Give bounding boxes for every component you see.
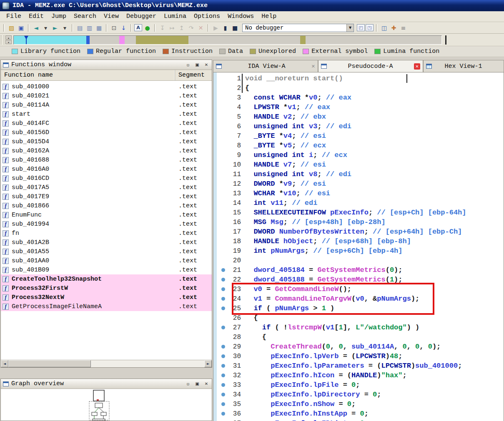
nav-back-icon[interactable]: ◄	[32, 24, 40, 32]
scrollbar-thumb[interactable]	[8, 360, 91, 367]
menu-item-view[interactable]: View	[100, 12, 123, 21]
function-row[interactable]: fsub_40114A.text	[1, 100, 212, 110]
code-line[interactable]: 8 _BYTE *v5; // ecx	[217, 141, 504, 150]
function-row[interactable]: fsub_401AA0.text	[1, 256, 212, 265]
panel-close-button[interactable]: ✕	[203, 381, 210, 387]
code-line[interactable]: 16 MSG Msg; // [esp+48h] [ebp-28h]	[217, 217, 504, 227]
panel-close-button[interactable]: ✕	[203, 62, 210, 68]
function-row[interactable]: ffn.text	[1, 229, 212, 238]
open-file-icon[interactable]: ▨	[7, 24, 16, 32]
debugger-windows-icon[interactable]: ◳	[366, 24, 374, 31]
panel-float-button[interactable]: ▣	[194, 381, 201, 387]
code-line[interactable]: 33 pExecInfo.lpFile = 0;	[217, 380, 504, 390]
navband-segment[interactable]	[306, 36, 441, 44]
debugger-options-icon[interactable]: ◰	[357, 24, 365, 31]
function-row[interactable]: fEnumFunc.text	[1, 210, 212, 219]
code-line[interactable]: 3 const WCHAR *v0; // eax	[217, 93, 504, 102]
code-line[interactable]: 27 if ( !lstrcmpW(v1[1], L"/watchdog") )	[217, 323, 504, 332]
code-line[interactable]: 18 HANDLE hObject; // [esp+68h] [ebp-8h]	[217, 237, 504, 246]
open-subviews-icon[interactable]: ◫	[380, 24, 389, 32]
function-row[interactable]: fsub_401021.text	[1, 91, 212, 100]
code-line[interactable]: 9 unsigned int i; // ecx	[217, 150, 504, 160]
function-row[interactable]: fGetProcessImageFileNameA.text	[1, 302, 212, 311]
code-line[interactable]: 7 _BYTE *v4; // esi	[217, 131, 504, 141]
navigation-band[interactable]	[13, 35, 442, 45]
jump-down-icon[interactable]: ↓	[119, 24, 128, 32]
menu-item-windows[interactable]: Windows	[224, 12, 258, 21]
panel-minimize-button[interactable]: ▫	[185, 62, 191, 68]
navband-segment[interactable]	[86, 36, 89, 44]
code-line[interactable]: 14 int v11; // edi	[217, 198, 504, 208]
navband-segment[interactable]	[119, 36, 124, 44]
code-line[interactable]: 26 {	[217, 313, 504, 323]
functions-window-titlebar[interactable]: Functions window ▫ ▣ ✕	[1, 60, 212, 70]
code-line[interactable]: 2{	[217, 83, 504, 93]
menu-item-edit[interactable]: Edit	[25, 12, 48, 21]
save-file-icon[interactable]: ▣	[17, 24, 25, 32]
function-row[interactable]: fsub_401866.text	[1, 201, 212, 210]
tab-hex-view-1[interactable]: Hex View-1	[423, 60, 504, 72]
code-line[interactable]: 35 pExecInfo.nShow = 0;	[217, 399, 504, 409]
code-line[interactable]: 31 pExecInfo.lpParameters = (LPCWSTR)sub…	[217, 361, 504, 371]
code-line[interactable]: 10 HANDLE v7; // esi	[217, 160, 504, 169]
graph-overview-titlebar[interactable]: Graph overview ▫ ▣ ✕	[1, 379, 212, 389]
code-line[interactable]: 13 WCHAR *v10; // esi	[217, 189, 504, 198]
tab-close-icon[interactable]: ✕	[414, 63, 420, 70]
script-command-icon[interactable]: ≡	[399, 24, 408, 32]
function-row[interactable]: fsub_401000.text	[1, 82, 212, 91]
navband-segment[interactable]	[125, 36, 136, 44]
code-line[interactable]: 19 int pNumArgs; // [esp+6Ch] [ebp-4h]	[217, 246, 504, 256]
code-line[interactable]: 23 v0 = GetCommandLineW();	[217, 284, 504, 294]
function-row[interactable]: fsub_4016CD.text	[1, 174, 212, 183]
code-line[interactable]: 4 LPWSTR *v1; // eax	[217, 102, 504, 112]
colors-icon[interactable]: A	[134, 24, 142, 31]
step-over-icon[interactable]: ↦	[168, 24, 176, 32]
code-line[interactable]: 29 CreateThread(0, 0, sub_40114A, 0, 0, …	[217, 342, 504, 351]
function-row[interactable]: fsub_40156D.text	[1, 128, 212, 137]
tab-pseudocode-a[interactable]: Pseudocode-A✕	[318, 60, 423, 72]
cancel-debug-icon[interactable]: ✕	[196, 24, 205, 32]
jump-name-icon[interactable]: ▥	[85, 24, 94, 32]
nav-back-dropdown-icon[interactable]: ▾	[41, 24, 50, 32]
function-row[interactable]: fsub_401A55.text	[1, 247, 212, 256]
toolbar-drag-handle[interactable]	[1, 35, 4, 45]
produce-file-icon[interactable]: ⊡	[110, 24, 118, 32]
function-row[interactable]: fsub_4015D4.text	[1, 137, 212, 146]
graph-overview-thumbnail[interactable]	[1, 389, 212, 421]
jump-address-icon[interactable]: ▤	[75, 24, 84, 32]
pseudocode-view[interactable]: 1void __noreturn start()2{3 const WCHAR …	[213, 72, 504, 421]
code-line[interactable]: 34 pExecInfo.lpDirectory = 0;	[217, 390, 504, 399]
function-row[interactable]: fCreateToolhelp32Snapshot.text	[1, 274, 212, 284]
code-line[interactable]: 11 unsigned int v8; // edi	[217, 169, 504, 179]
function-row[interactable]: fsub_4016A0.text	[1, 164, 212, 174]
navband-segment[interactable]	[300, 36, 305, 44]
function-row[interactable]: fstart.text	[1, 110, 212, 119]
column-header-segment[interactable]: Segment	[175, 70, 212, 80]
menu-item-help[interactable]: Help	[258, 12, 280, 21]
code-line[interactable]: 30 pExecInfo.lpVerb = (LPCWSTR)48;	[217, 351, 504, 361]
nav-forward-icon[interactable]: ►	[51, 24, 60, 32]
code-line[interactable]: 15 SHELLEXECUTEINFOW pExecInfo; // [esp+…	[217, 208, 504, 217]
combobox-dropdown-icon[interactable]: ▼	[346, 24, 354, 32]
function-row[interactable]: fsub_4017A5.text	[1, 183, 212, 192]
function-row[interactable]: fsub_401B09.text	[1, 265, 212, 274]
navband-scroll-down-button[interactable]: ▾	[5, 40, 12, 44]
code-line[interactable]: 28 {	[217, 332, 504, 342]
code-line[interactable]: 36 pExecInfo.hInstApp = 0;	[217, 409, 504, 419]
menu-item-search[interactable]: Search	[70, 12, 100, 21]
function-row[interactable]: fProcess32FirstW.text	[1, 284, 212, 293]
jump-xref-icon[interactable]: ▦	[95, 24, 103, 32]
navband-segment[interactable]	[188, 36, 301, 44]
tab-ida-view-a[interactable]: IDA View-A✕	[213, 60, 318, 72]
column-header-function-name[interactable]: Function name	[1, 70, 175, 80]
function-row[interactable]: fsub_401A2B.text	[1, 238, 212, 247]
run-until-return-icon[interactable]: ↥	[177, 24, 186, 32]
scrollbar-track[interactable]	[91, 360, 204, 367]
scroll-right-arrow-icon[interactable]: ►	[204, 360, 212, 367]
step-into-icon[interactable]: ↧	[158, 24, 167, 32]
function-row[interactable]: fsub_401994.text	[1, 219, 212, 229]
code-line[interactable]: 5 HANDLE v2; // ebx	[217, 112, 504, 122]
tab-close-icon[interactable]: ✕	[311, 64, 315, 69]
run-to-cursor-icon[interactable]: ↷	[187, 24, 196, 32]
menu-item-lumina[interactable]: Lumina	[160, 12, 190, 21]
